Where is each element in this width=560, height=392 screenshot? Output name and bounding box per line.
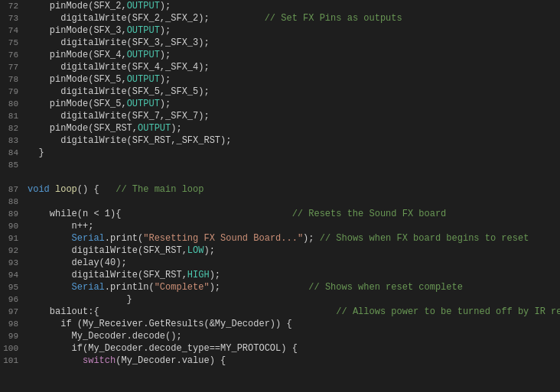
code-line: 77 digitalWrite(SFX_4,_SFX_4); [0,61,560,73]
code-line: 91 Serial.print("Resetting FX Sound Boar… [0,232,560,245]
code-line: 93 delay(40); [0,257,560,269]
line-content: void loop() { // The main loop [24,183,560,196]
code-line: 75 digitalWrite(SFX_3,_SFX_3); [0,37,560,49]
line-content: digitalWrite(SFX_3,_SFX_3); [24,37,560,49]
line-number: 94 [0,269,24,281]
code-line: 101 switch(My_Decoder.value) { [0,355,560,367]
line-number: 73 [0,12,24,24]
line-content: pinMode(SFX_RST,OUTPUT); [24,122,560,134]
line-number: 92 [0,245,24,257]
line-content: if(My_Decoder.decode_type==MY_PROTOCOL) … [24,342,560,355]
line-content: switch(My_Decoder.value) { [24,355,560,367]
code-line: 79 digitalWrite(SFX_5,_SFX_5); [0,86,560,98]
line-content: pinMode(SFX_5,OUTPUT); [24,98,560,110]
line-number: 84 [0,147,24,159]
line-content: bailout:{ // Allows power to be turned o… [24,306,560,318]
code-line [0,171,560,183]
line-number: 72 [0,0,24,12]
line-number: 80 [0,98,24,110]
line-number: 90 [0,220,24,232]
line-content: digitalWrite(SFX_RST,_SFX_RST); [24,134,560,147]
line-number: 87 [0,183,24,196]
code-line: 89 while(n < 1){ // Resets the Sound FX … [0,208,560,220]
code-line: 82 pinMode(SFX_RST,OUTPUT); [0,122,560,134]
line-content: } [24,147,560,159]
line-content: digitalWrite(SFX_4,_SFX_4); [24,61,560,73]
line-content: Serial.println("Complete"); // Shows whe… [24,281,560,293]
line-number: 95 [0,281,24,293]
line-number: 93 [0,257,24,269]
line-number: 79 [0,86,24,98]
line-number: 88 [0,196,24,208]
line-number: 98 [0,318,24,330]
line-content: n++; [24,220,560,232]
line-content: delay(40); [24,257,560,269]
code-line: 74 pinMode(SFX_3,OUTPUT); [0,24,560,37]
code-line: 73 digitalWrite(SFX_2,_SFX_2); // Set FX… [0,12,560,24]
line-content: digitalWrite(SFX_7,_SFX_7); [24,110,560,122]
code-line: 78 pinMode(SFX_5,OUTPUT); [0,73,560,86]
code-line: 87void loop() { // The main loop [0,183,560,196]
line-number: 74 [0,24,24,37]
line-number: 96 [0,293,24,306]
code-line: 72 pinMode(SFX_2,OUTPUT); [0,0,560,12]
code-line: 92 digitalWrite(SFX_RST,LOW); [0,245,560,257]
code-line: 97 bailout:{ // Allows power to be turne… [0,306,560,318]
line-number: 91 [0,232,24,245]
line-content: digitalWrite(SFX_RST,LOW); [24,245,560,257]
line-content: digitalWrite(SFX_2,_SFX_2); // Set FX Pi… [24,12,560,24]
line-number: 77 [0,61,24,73]
code-line: 96 } [0,293,560,306]
line-number: 85 [0,159,24,171]
code-editor: 72 pinMode(SFX_2,OUTPUT);73 digitalWrite… [0,0,560,392]
line-number: 82 [0,122,24,134]
line-number: 83 [0,134,24,147]
line-number: 99 [0,330,24,342]
line-number: 75 [0,37,24,49]
code-line: 84 } [0,147,560,159]
code-line: 99 My_Decoder.decode(); [0,330,560,342]
code-line: 88 [0,196,560,208]
line-content: } [24,293,560,306]
code-line: 76 pinMode(SFX_4,OUTPUT); [0,49,560,61]
line-content: digitalWrite(SFX_RST,HIGH); [24,269,560,281]
line-number: 76 [0,49,24,61]
code-line: 100 if(My_Decoder.decode_type==MY_PROTOC… [0,342,560,355]
line-content: if (My_Receiver.GetResults(&My_Decoder))… [24,318,560,330]
line-number: 78 [0,73,24,86]
line-number: 97 [0,306,24,318]
code-line: 81 digitalWrite(SFX_7,_SFX_7); [0,110,560,122]
code-line: 95 Serial.println("Complete"); // Shows … [0,281,560,293]
code-line: 85 [0,159,560,171]
code-line: 83 digitalWrite(SFX_RST,_SFX_RST); [0,134,560,147]
line-number: 89 [0,208,24,220]
line-content: pinMode(SFX_4,OUTPUT); [24,49,560,61]
code-line: 80 pinMode(SFX_5,OUTPUT); [0,98,560,110]
line-content: pinMode(SFX_3,OUTPUT); [24,24,560,37]
line-content: pinMode(SFX_2,OUTPUT); [24,0,560,12]
line-number: 81 [0,110,24,122]
line-number: 100 [0,342,24,355]
line-content: pinMode(SFX_5,OUTPUT); [24,73,560,86]
line-content: digitalWrite(SFX_5,_SFX_5); [24,86,560,98]
code-line: 98 if (My_Receiver.GetResults(&My_Decode… [0,318,560,330]
line-content: Serial.print("Resetting FX Sound Board..… [24,232,560,245]
line-content: My_Decoder.decode(); [24,330,560,342]
code-line: 90 n++; [0,220,560,232]
line-content: while(n < 1){ // Resets the Sound FX boa… [24,208,560,220]
code-line: 94 digitalWrite(SFX_RST,HIGH); [0,269,560,281]
line-number: 101 [0,355,24,367]
